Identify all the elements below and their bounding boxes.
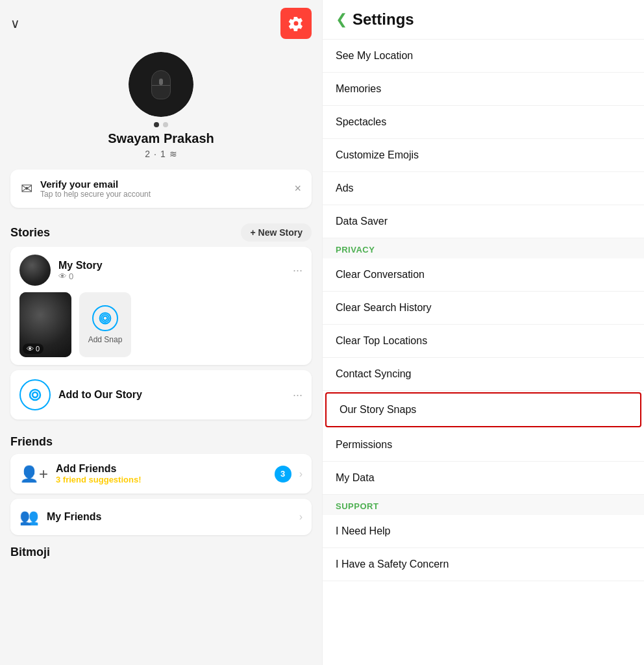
settings-header: ❮ Settings (323, 0, 644, 40)
add-snap-button[interactable]: Add Snap (79, 292, 131, 357)
score-dot: · (154, 149, 156, 159)
bitmoji-section: Bitmoji (0, 540, 322, 564)
verify-close-button[interactable]: × (294, 182, 301, 195)
settings-title: Settings (353, 10, 414, 29)
settings-item-data-saver[interactable]: Data Saver (323, 205, 644, 238)
dot-1 (154, 122, 159, 127)
verify-subtitle: Tap to help secure your account (40, 190, 286, 199)
add-friends-card[interactable]: 👤+ Add Friends 3 friend suggestions! 3 › (10, 454, 312, 494)
new-story-button[interactable]: + New Story (241, 223, 312, 242)
my-story-more-button[interactable]: ··· (293, 264, 303, 277)
support-section-label: SUPPORT (323, 495, 644, 515)
my-friends-card[interactable]: 👥 My Friends › (10, 499, 312, 535)
avatar[interactable] (129, 52, 193, 117)
right-panel: ❮ Settings See My Location Memories Spec… (322, 0, 644, 665)
camera-circle-icon (27, 387, 43, 403)
svg-point-4 (30, 390, 40, 400)
chevron-down-icon[interactable]: ∨ (10, 16, 20, 31)
eye-icon: 👁 (58, 271, 67, 281)
add-friends-icon: 👤+ (19, 465, 48, 483)
snap-eye-icon: 👁 (27, 345, 34, 353)
add-friends-chevron: › (299, 468, 303, 480)
back-chevron-icon[interactable]: ❮ (336, 11, 347, 28)
score-1: 2 (145, 149, 150, 159)
gear-icon (288, 16, 304, 31)
my-story-thumb (19, 255, 51, 286)
my-story-info: My Story 👁 0 (58, 260, 285, 281)
add-snap-label: Add Snap (88, 335, 123, 344)
friend-suggestions: 3 friend suggestions! (56, 475, 267, 484)
settings-item-clear-conversation[interactable]: Clear Conversation (323, 258, 644, 292)
camera-icon (99, 312, 112, 325)
svg-point-0 (103, 316, 108, 321)
snap-preview-area: 👁 0 Add Snap (19, 292, 303, 357)
settings-item-clear-top-locations[interactable]: Clear Top Locations (323, 325, 644, 358)
settings-item-contact-syncing[interactable]: Contact Syncing (323, 358, 644, 391)
verify-title: Verify your email (40, 179, 286, 190)
my-friends-icon: 👥 (19, 508, 39, 526)
my-friends-chevron: › (299, 511, 303, 523)
add-friends-name: Add Friends (56, 463, 267, 475)
suggestions-badge: 3 (275, 466, 291, 483)
settings-item-permissions[interactable]: Permissions (323, 429, 644, 462)
verify-email-card[interactable]: ✉ Verify your email Tap to help secure y… (10, 169, 312, 208)
my-story-views: 👁 0 (58, 271, 285, 281)
my-friends-info: My Friends (47, 511, 291, 523)
settings-item-see-my-location[interactable]: See My Location (323, 40, 644, 73)
settings-item-clear-search-history[interactable]: Clear Search History (323, 292, 644, 325)
bitmoji-title: Bitmoji (10, 546, 50, 558)
friends-section-header: Friends (0, 430, 322, 454)
friends-title: Friends (10, 435, 53, 449)
email-icon: ✉ (21, 181, 32, 197)
add-to-our-story-label: Add to Our Story (58, 389, 285, 401)
my-story-card: My Story 👁 0 ··· 👁 0 (10, 247, 312, 365)
our-story-more-button[interactable]: ··· (293, 388, 303, 402)
settings-item-ads[interactable]: Ads (323, 172, 644, 205)
my-story-name: My Story (58, 260, 285, 271)
snap-thumbnail[interactable]: 👁 0 (19, 292, 71, 357)
settings-items-group: See My Location Memories Spectacles Cust… (323, 40, 644, 238)
dot-2 (163, 122, 168, 127)
settings-item-memories[interactable]: Memories (323, 73, 644, 106)
settings-gear-button[interactable] (280, 8, 312, 39)
add-snap-camera-icon (92, 305, 118, 331)
verify-text: Verify your email Tap to help secure you… (40, 179, 286, 199)
left-header: ∨ (0, 0, 322, 47)
support-items-group: I Need Help I Have a Safety Concern (323, 515, 644, 581)
our-story-icon (19, 379, 51, 410)
profile-section: Swayam Prakash 2 · 1 ≋ (0, 47, 322, 169)
privacy-items-group: Clear Conversation Clear Search History … (323, 258, 644, 495)
left-panel: ∨ Swayam Prakash 2 · 1 ≋ (0, 0, 322, 665)
settings-item-i-need-help[interactable]: I Need Help (323, 515, 644, 548)
profile-meta: 2 · 1 ≋ (145, 149, 177, 159)
my-friends-name: My Friends (47, 511, 291, 523)
stories-title: Stories (10, 226, 50, 240)
settings-item-our-story-snaps[interactable]: Our Story Snaps (325, 392, 641, 427)
settings-item-customize-emojis[interactable]: Customize Emojis (323, 139, 644, 172)
snap-views-badge: 👁 0 (23, 344, 43, 354)
score-2: 1 (160, 149, 166, 159)
my-story-row: My Story 👁 0 ··· (19, 255, 303, 286)
privacy-section-label: PRIVACY (323, 238, 644, 258)
add-friends-info: Add Friends 3 friend suggestions! (56, 463, 267, 484)
settings-item-safety-concern[interactable]: I Have a Safety Concern (323, 548, 644, 581)
profile-name: Swayam Prakash (108, 131, 214, 146)
avatar-dots (154, 122, 168, 127)
our-story-card[interactable]: Add to Our Story ··· (10, 370, 312, 420)
svg-point-3 (32, 392, 38, 397)
stories-section-header: Stories + New Story (0, 218, 322, 247)
settings-item-spectacles[interactable]: Spectacles (323, 106, 644, 139)
settings-item-my-data[interactable]: My Data (323, 462, 644, 495)
score-waves: ≋ (169, 149, 177, 159)
